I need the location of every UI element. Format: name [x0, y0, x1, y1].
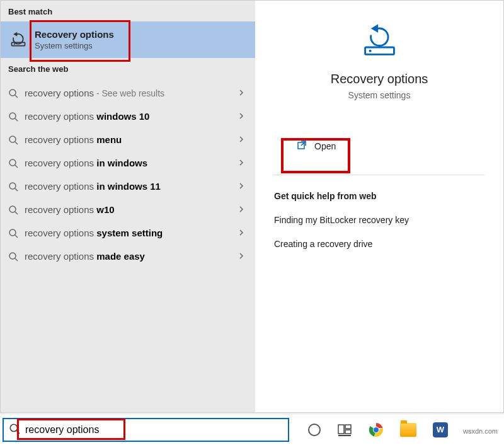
search-icon [8, 182, 18, 192]
search-results-panel: Best match Recovery options System setti… [1, 1, 255, 412]
web-result-label: recovery options in windows 11 [25, 181, 231, 192]
web-result-label: recovery options w10 [25, 204, 231, 215]
divider [274, 175, 484, 175]
search-icon [8, 251, 18, 262]
svg-rect-16 [345, 430, 351, 434]
quick-help-link[interactable]: Creating a recovery drive [274, 239, 503, 249]
web-result-item[interactable]: recovery options menu [1, 128, 255, 151]
open-external-icon [297, 140, 307, 152]
open-label: Open [314, 141, 336, 151]
web-result-label: recovery options menu [25, 134, 231, 145]
chevron-right-icon [238, 228, 245, 238]
quick-help-header: Get quick help from web [274, 191, 503, 201]
chevron-right-icon [238, 251, 245, 262]
web-result-label: recovery options - See web results [25, 88, 231, 98]
detail-title: Recovery options [255, 72, 503, 86]
svg-rect-14 [338, 425, 344, 434]
recovery-icon [9, 30, 27, 50]
chevron-right-icon [238, 135, 245, 145]
quick-help-link[interactable]: Finding my BitLocker recovery key [274, 215, 503, 225]
chevron-right-icon [238, 88, 245, 98]
web-result-item[interactable]: recovery options windows 10 [1, 105, 255, 128]
detail-subtitle: System settings [255, 90, 503, 100]
best-match-subtitle: System settings [35, 41, 114, 50]
svg-point-8 [9, 229, 16, 236]
web-result-label: recovery options windows 10 [25, 111, 231, 122]
web-result-item[interactable]: recovery options w10 [1, 198, 255, 221]
svg-point-1 [14, 43, 15, 44]
web-results-list: recovery options - See web results recov… [1, 79, 255, 268]
chevron-right-icon [238, 158, 245, 168]
taskbar: W [0, 413, 504, 445]
web-result-label: recovery options in windows [25, 158, 231, 168]
web-result-item[interactable]: recovery options made easy [1, 245, 255, 268]
best-match-header: Best match [1, 1, 255, 21]
web-result-label: recovery options system setting [25, 228, 231, 238]
word-icon[interactable]: W [433, 422, 448, 437]
best-match-title: Recovery options [35, 29, 114, 40]
web-result-item[interactable]: recovery options - See web results [1, 81, 255, 105]
task-view-icon[interactable] [337, 422, 352, 437]
open-button[interactable]: Open [293, 135, 340, 157]
search-icon [8, 158, 18, 168]
svg-point-4 [9, 136, 16, 142]
svg-point-7 [9, 206, 16, 212]
search-icon [8, 135, 18, 145]
watermark: wsxdn.com [463, 427, 498, 435]
cortana-icon[interactable] [308, 424, 321, 436]
svg-rect-15 [345, 425, 351, 429]
chevron-right-icon [238, 112, 245, 122]
svg-point-5 [9, 159, 16, 166]
search-icon [8, 205, 18, 215]
detail-panel: Recovery options System settings Open Ge… [255, 1, 503, 412]
svg-point-2 [9, 90, 16, 96]
search-icon [8, 88, 18, 98]
chevron-right-icon [238, 182, 245, 192]
web-result-item[interactable]: recovery options in windows 11 [1, 175, 255, 198]
search-icon [8, 228, 18, 238]
chevron-right-icon [238, 205, 245, 215]
web-result-label: recovery options made easy [25, 251, 231, 262]
svg-point-9 [9, 253, 16, 259]
file-explorer-icon[interactable] [400, 423, 416, 437]
best-match-item[interactable]: Recovery options System settings [1, 21, 255, 58]
search-input[interactable] [25, 424, 283, 436]
search-web-header: Search the web [1, 58, 255, 79]
search-icon [8, 112, 18, 122]
svg-point-11 [369, 50, 371, 52]
search-box[interactable] [3, 418, 289, 442]
web-result-item[interactable]: recovery options system setting [1, 221, 255, 245]
svg-point-20 [374, 427, 379, 432]
svg-point-3 [9, 113, 16, 119]
search-icon [9, 423, 20, 436]
svg-point-13 [10, 424, 17, 431]
svg-rect-17 [338, 435, 351, 436]
svg-point-6 [9, 183, 16, 189]
web-result-item[interactable]: recovery options in windows [1, 151, 255, 175]
chrome-icon[interactable] [369, 422, 384, 437]
detail-recovery-icon [255, 23, 503, 59]
